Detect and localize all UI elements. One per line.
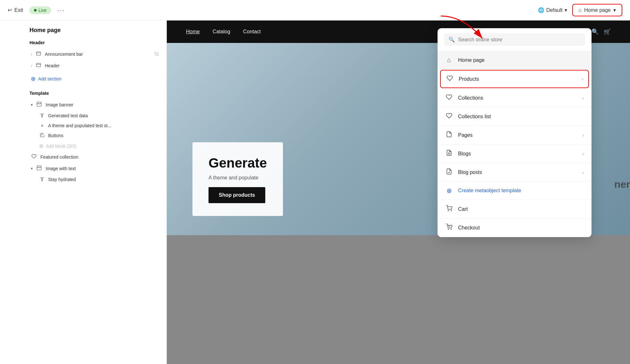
- default-label: Default: [546, 7, 563, 13]
- sidebar-subitem-buttons[interactable]: Buttons: [30, 130, 160, 141]
- pages-icon: [445, 131, 453, 139]
- svg-rect-11: [36, 63, 40, 67]
- featured-collection-label: Featured collection: [40, 154, 78, 160]
- sidebar-item-image-banner[interactable]: ▾ Image banner: [30, 99, 160, 111]
- products-item-label: Products: [459, 76, 576, 82]
- dropdown-item-collections[interactable]: Collections ›: [438, 89, 592, 107]
- collections-chevron-icon: ›: [582, 95, 584, 101]
- plus-circle-icon: ⊕: [445, 187, 453, 194]
- chevron-down-icon: ▾: [613, 7, 616, 13]
- dropdown-item-collections-list[interactable]: Collections list: [438, 107, 592, 126]
- svg-point-18: [451, 211, 452, 211]
- nav-contact[interactable]: Contact: [243, 29, 261, 35]
- sidebar-item-featured-collection[interactable]: Featured collection: [30, 151, 160, 163]
- add-section-button[interactable]: ⊕ Add section: [30, 73, 160, 85]
- chevron-down-icon: ▾: [565, 7, 567, 13]
- collections-list-icon: [445, 112, 453, 120]
- cart-icon: [445, 205, 453, 213]
- header-section-label: Header: [30, 40, 160, 45]
- search-store-icon[interactable]: 🔍: [592, 28, 599, 35]
- chevron-right-icon: ›: [31, 63, 32, 68]
- blog-posts-icon: [445, 168, 453, 176]
- featured-collection-icon: [31, 154, 37, 160]
- hero-subtitle: A theme and populate: [209, 175, 267, 181]
- blogs-chevron-icon: ›: [582, 151, 584, 156]
- page-picker-dropdown: 🔍 ⌂ Home page Products › Collections › C…: [438, 28, 592, 237]
- create-metaobject-label: Create metaobject template: [458, 188, 584, 194]
- announcement-bar-icon: [35, 51, 42, 57]
- collapse-icon: ▾: [31, 166, 33, 171]
- sidebar-subitem-stay-hydrated[interactable]: T Stay hydrated: [30, 174, 160, 185]
- blog-posts-chevron-icon: ›: [582, 170, 584, 175]
- svg-point-19: [448, 229, 449, 230]
- svg-point-20: [451, 229, 452, 230]
- topbar: ↩ Exit Live ··· 🌐 Default ▾ ⌂ Home page …: [0, 0, 630, 21]
- blogs-item-label: Blogs: [458, 151, 577, 157]
- live-dot: [34, 9, 37, 12]
- add-block-label: Add block (3/3): [46, 144, 76, 149]
- nav-catalog[interactable]: Catalog: [213, 29, 230, 35]
- image-banner-icon: [36, 102, 42, 108]
- pages-item-label: Pages: [458, 132, 577, 138]
- hero-shop-button[interactable]: Shop products: [209, 187, 265, 203]
- dropdown-search-area: 🔍: [438, 28, 592, 51]
- homepage-label: Home page: [584, 7, 611, 13]
- sidebar-subitem-generated-test-data[interactable]: T Generated test data: [30, 111, 160, 121]
- dropdown-item-checkout[interactable]: Checkout: [438, 219, 592, 237]
- homepage-button[interactable]: ⌂ Home page ▾: [572, 4, 622, 16]
- sidebar-item-header[interactable]: › Header: [30, 60, 160, 71]
- text-icon: T: [39, 113, 45, 119]
- header-label: Header: [45, 63, 60, 68]
- products-chevron-icon: ›: [582, 77, 583, 82]
- search-input[interactable]: [458, 37, 581, 43]
- dropdown-item-blog-posts[interactable]: Blog posts ›: [438, 163, 592, 182]
- exit-label: Exit: [14, 7, 23, 13]
- template-section-label: Template: [30, 91, 160, 96]
- cart-item-label: Cart: [458, 206, 584, 212]
- dropdown-item-blogs[interactable]: Blogs ›: [438, 145, 592, 163]
- homepage-item-label: Home page: [458, 57, 584, 63]
- dropdown-item-homepage[interactable]: ⌂ Home page: [438, 51, 592, 69]
- sidebar: Home page Header › Announcement bar › He…: [0, 21, 167, 364]
- home-icon: ⌂: [445, 56, 453, 64]
- search-inner: 🔍: [444, 33, 585, 46]
- dropdown-item-products[interactable]: Products ›: [440, 70, 589, 88]
- sidebar-inner: Home page Header › Announcement bar › He…: [23, 21, 166, 191]
- topbar-right: 🌐 Default ▾ ⌂ Home page ▾: [538, 4, 622, 16]
- search-icon: 🔍: [448, 37, 455, 43]
- homepage-btn-wrapper: ⌂ Home page ▾: [572, 4, 622, 16]
- text-block-icon: ≡: [39, 123, 45, 128]
- stay-hydrated-label: Stay hydrated: [48, 177, 76, 182]
- globe-icon: 🌐: [538, 7, 544, 13]
- hero-title: Generate: [209, 155, 267, 171]
- more-button[interactable]: ···: [57, 6, 65, 14]
- dropdown-item-create-metaobject[interactable]: ⊕ Create metaobject template: [438, 182, 592, 200]
- eye-slash-icon: [154, 52, 159, 57]
- sidebar-item-announcement-bar[interactable]: › Announcement bar: [30, 48, 160, 60]
- nav-home[interactable]: Home: [186, 29, 200, 35]
- chevron-right-icon: ›: [31, 52, 32, 56]
- exit-icon: ↩: [8, 7, 12, 13]
- cart-icon[interactable]: 🛒: [604, 28, 611, 35]
- page-title: Home page: [30, 27, 160, 34]
- home-icon: ⌂: [579, 7, 582, 13]
- add-block-icon: ⊕: [39, 143, 43, 149]
- pages-chevron-icon: ›: [582, 133, 584, 138]
- live-label: Live: [38, 8, 47, 13]
- sidebar-subitem-theme-text[interactable]: ≡ A theme and populated test st...: [30, 121, 160, 130]
- dropdown-item-pages[interactable]: Pages ›: [438, 126, 592, 145]
- live-badge: Live: [30, 6, 51, 14]
- add-section-label: Add section: [38, 76, 62, 81]
- checkout-icon: [445, 224, 453, 232]
- collections-item-label: Collections: [458, 95, 577, 101]
- button-icon: [39, 133, 45, 138]
- add-block-button[interactable]: ⊕ Add block (3/3): [30, 141, 160, 151]
- checkout-item-label: Checkout: [458, 225, 584, 231]
- default-button[interactable]: 🌐 Default ▾: [538, 7, 567, 13]
- svg-point-17: [448, 211, 449, 211]
- generated-test-data-label: Generated test data: [48, 113, 88, 118]
- exit-button[interactable]: ↩ Exit: [8, 7, 23, 13]
- sidebar-item-image-with-text[interactable]: ▾ Image with text: [30, 163, 160, 174]
- dropdown-item-cart[interactable]: Cart: [438, 200, 592, 219]
- image-with-text-icon: [36, 165, 42, 172]
